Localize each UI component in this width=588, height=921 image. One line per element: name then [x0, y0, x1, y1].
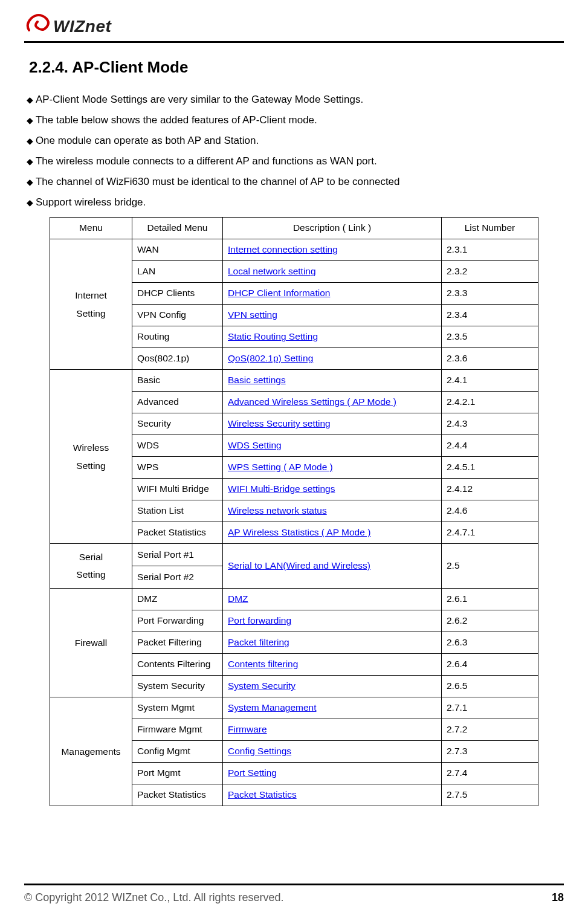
bullet-list: AP-Client Mode Settings are very similar… [24, 94, 564, 208]
feature-table: Menu Detailed Menu Description ( Link ) … [50, 217, 538, 806]
list-number-cell: 2.3.5 [442, 326, 538, 348]
list-number-cell: 2.5 [442, 544, 538, 589]
description-link[interactable]: WDS Setting [228, 440, 282, 450]
description-link[interactable]: VPN setting [228, 309, 277, 320]
bullet-item: One module can operate as both AP and St… [24, 135, 564, 147]
list-number-cell: 2.4.3 [442, 413, 538, 435]
description-cell: Serial to LAN(Wired and Wireless) [223, 544, 442, 589]
list-number-cell: 2.7.1 [442, 697, 538, 719]
col-list: List Number [442, 218, 538, 239]
description-link[interactable]: Firmware [228, 724, 267, 734]
page-footer: © Copyright 2012 WIZnet Co., Ltd. All ri… [24, 884, 564, 904]
description-link[interactable]: Port Setting [228, 768, 277, 778]
menu-cell: Managements [50, 697, 132, 806]
list-number-cell: 2.4.7.1 [442, 522, 538, 544]
logo-icon [24, 12, 52, 36]
description-link[interactable]: System Security [228, 680, 296, 691]
description-cell: System Security [223, 675, 442, 697]
description-link[interactable]: Wireless network status [228, 505, 327, 515]
bullet-item: The channel of WizFi630 must be identica… [24, 176, 564, 188]
list-number-cell: 2.4.5.1 [442, 457, 538, 479]
description-cell: Internet connection setting [223, 239, 442, 261]
list-number-cell: 2.3.4 [442, 305, 538, 326]
description-link[interactable]: DMZ [228, 593, 248, 604]
description-cell: Advanced Wireless Settings ( AP Mode ) [223, 392, 442, 413]
detailed-menu-cell: DMZ [132, 588, 223, 610]
description-cell: DMZ [223, 588, 442, 610]
description-cell: Static Routing Setting [223, 326, 442, 348]
description-cell: VPN setting [223, 305, 442, 326]
list-number-cell: 2.6.2 [442, 610, 538, 632]
description-cell: Packet filtering [223, 632, 442, 653]
list-number-cell: 2.6.3 [442, 632, 538, 653]
description-cell: Local network setting [223, 261, 442, 283]
table-row: SerialSettingSerial Port #1Serial to LAN… [50, 544, 538, 566]
bullet-item: AP-Client Mode Settings are very similar… [24, 94, 564, 106]
detailed-menu-cell: Station List [132, 500, 223, 522]
description-link[interactable]: Static Routing Setting [228, 331, 318, 341]
list-number-cell: 2.3.6 [442, 348, 538, 370]
description-cell: QoS(802.1p) Setting [223, 348, 442, 370]
bullet-item: The wireless module connects to a differ… [24, 155, 564, 167]
detailed-menu-cell: Port Mgmt [132, 762, 223, 784]
description-link[interactable]: Advanced Wireless Settings ( AP Mode ) [228, 396, 396, 407]
description-link[interactable]: DHCP Client Information [228, 288, 330, 298]
menu-cell: SerialSetting [50, 544, 132, 589]
list-number-cell: 2.7.3 [442, 740, 538, 762]
description-link[interactable]: Serial to LAN(Wired and Wireless) [228, 560, 370, 570]
detailed-menu-cell: WAN [132, 239, 223, 261]
table-row: InternetSettingWANInternet connection se… [50, 239, 538, 261]
description-link[interactable]: Packet Statistics [228, 789, 297, 800]
description-link[interactable]: Local network setting [228, 266, 316, 276]
detailed-menu-cell: Contents Filtering [132, 653, 223, 675]
detailed-menu-cell: Security [132, 413, 223, 435]
description-link[interactable]: WPS Setting ( AP Mode ) [228, 462, 333, 472]
col-desc: Description ( Link ) [223, 218, 442, 239]
logo-text: WIZnet [53, 17, 111, 36]
detailed-menu-cell: Serial Port #1 [132, 544, 223, 566]
list-number-cell: 2.4.12 [442, 479, 538, 500]
list-number-cell: 2.7.5 [442, 784, 538, 806]
description-cell: Wireless network status [223, 500, 442, 522]
description-link[interactable]: AP Wireless Statistics ( AP Mode ) [228, 527, 370, 537]
detailed-menu-cell: Advanced [132, 392, 223, 413]
list-number-cell: 2.4.1 [442, 370, 538, 392]
description-link[interactable]: Wireless Security setting [228, 418, 331, 428]
description-cell: WDS Setting [223, 435, 442, 457]
table-row: WirelessSettingBasicBasic settings2.4.1 [50, 370, 538, 392]
description-cell: Config Settings [223, 740, 442, 762]
description-link[interactable]: Port forwarding [228, 615, 291, 625]
list-number-cell: 2.4.2.1 [442, 392, 538, 413]
description-cell: Firmware [223, 719, 442, 740]
description-link[interactable]: Internet connection setting [228, 244, 338, 254]
description-cell: WPS Setting ( AP Mode ) [223, 457, 442, 479]
detailed-menu-cell: System Security [132, 675, 223, 697]
description-link[interactable]: Packet filtering [228, 637, 289, 647]
section-title: 2.2.4. AP-Client Mode [29, 58, 564, 77]
detailed-menu-cell: Routing [132, 326, 223, 348]
menu-cell: WirelessSetting [50, 370, 132, 544]
description-link[interactable]: QoS(802.1p) Setting [228, 353, 313, 363]
description-link[interactable]: Contents filtering [228, 659, 298, 669]
page-header: WIZnet [24, 12, 564, 43]
description-cell: AP Wireless Statistics ( AP Mode ) [223, 522, 442, 544]
list-number-cell: 2.6.4 [442, 653, 538, 675]
list-number-cell: 2.4.4 [442, 435, 538, 457]
description-link[interactable]: WIFI Multi-Bridge settings [228, 483, 335, 494]
table-row: ManagementsSystem MgmtSystem Management2… [50, 697, 538, 719]
detailed-menu-cell: WDS [132, 435, 223, 457]
table-row: FirewallDMZDMZ2.6.1 [50, 588, 538, 610]
list-number-cell: 2.7.2 [442, 719, 538, 740]
bullet-item: Support wireless bridge. [24, 196, 564, 208]
detailed-menu-cell: Serial Port #2 [132, 566, 223, 588]
detailed-menu-cell: WPS [132, 457, 223, 479]
detailed-menu-cell: Packet Statistics [132, 784, 223, 806]
list-number-cell: 2.3.1 [442, 239, 538, 261]
description-link[interactable]: Basic settings [228, 375, 286, 385]
description-cell: Port Setting [223, 762, 442, 784]
logo: WIZnet [24, 12, 564, 36]
list-number-cell: 2.7.4 [442, 762, 538, 784]
detailed-menu-cell: Port Forwarding [132, 610, 223, 632]
description-link[interactable]: Config Settings [228, 746, 291, 756]
description-link[interactable]: System Management [228, 702, 316, 713]
